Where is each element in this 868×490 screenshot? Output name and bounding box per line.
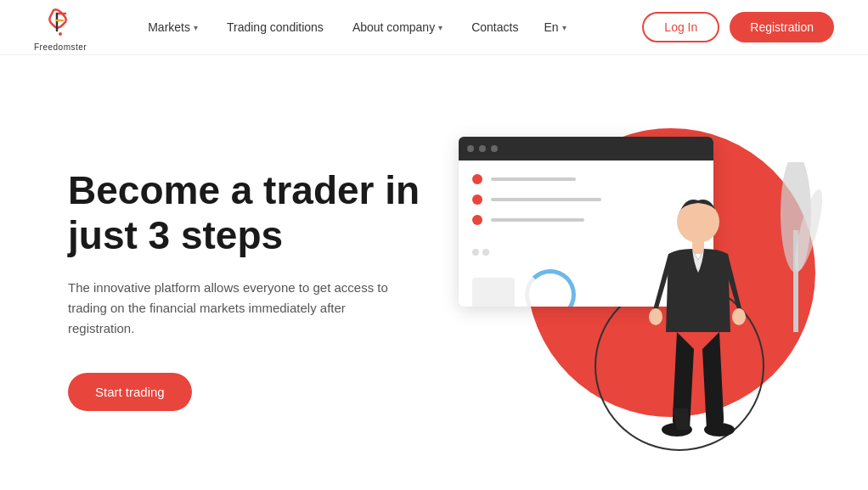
hero-left: Become a trader in just 3 steps The inno… bbox=[68, 168, 425, 412]
nav-links: Markets ▾ Trading conditions About compa… bbox=[138, 14, 642, 41]
svg-point-1 bbox=[59, 32, 62, 36]
lang-chevron-icon: ▾ bbox=[562, 23, 566, 32]
nav-company-label: About company bbox=[352, 20, 435, 34]
logo-icon bbox=[42, 3, 79, 41]
hero-description: The innovative platform allows everyone … bbox=[68, 278, 391, 339]
svg-rect-3 bbox=[692, 239, 704, 254]
markets-chevron-icon: ▾ bbox=[194, 23, 198, 32]
browser-dot-3 bbox=[491, 145, 498, 152]
browser-dot-1 bbox=[467, 145, 474, 152]
logo[interactable]: Freedomster bbox=[34, 3, 87, 52]
plant-decoration bbox=[766, 162, 826, 335]
brand-name: Freedomster bbox=[34, 42, 87, 52]
person-illustration bbox=[630, 179, 766, 471]
list-dot-3 bbox=[472, 215, 482, 225]
browser-bar bbox=[459, 137, 713, 161]
nav-trading-label: Trading conditions bbox=[227, 20, 324, 34]
hero-section: Become a trader in just 3 steps The inno… bbox=[0, 55, 868, 490]
list-dot-2 bbox=[472, 194, 482, 205]
lang-selector[interactable]: En ▾ bbox=[537, 14, 572, 41]
list-line-3 bbox=[491, 218, 584, 222]
nav-markets[interactable]: Markets ▾ bbox=[138, 14, 208, 41]
svg-point-4 bbox=[649, 308, 662, 325]
nav-markets-label: Markets bbox=[148, 20, 190, 34]
person-svg bbox=[630, 179, 766, 468]
plant-svg bbox=[766, 162, 826, 332]
list-dot-1 bbox=[472, 174, 482, 184]
lang-label: En bbox=[544, 20, 558, 34]
navbar: Freedomster Markets ▾ Trading conditions… bbox=[0, 0, 868, 55]
register-button[interactable]: Registration bbox=[730, 12, 834, 42]
browser-rect bbox=[472, 278, 515, 307]
company-chevron-icon: ▾ bbox=[438, 23, 442, 32]
browser-dot-2 bbox=[479, 145, 486, 152]
nav-company[interactable]: About company ▾ bbox=[342, 14, 453, 41]
loading-circle-icon bbox=[525, 269, 576, 307]
svg-point-5 bbox=[732, 308, 746, 325]
start-trading-button[interactable]: Start trading bbox=[68, 373, 192, 411]
hero-illustration bbox=[425, 111, 834, 468]
nav-contacts[interactable]: Contacts bbox=[461, 14, 528, 41]
list-line-1 bbox=[491, 177, 576, 181]
hero-title: Become a trader in just 3 steps bbox=[68, 168, 425, 258]
nav-contacts-label: Contacts bbox=[471, 20, 518, 34]
login-button[interactable]: Log In bbox=[642, 12, 719, 42]
nav-trading[interactable]: Trading conditions bbox=[217, 14, 334, 41]
svg-point-7 bbox=[704, 423, 735, 436]
nav-actions: Log In Registration bbox=[642, 12, 834, 42]
list-line-2 bbox=[491, 198, 601, 201]
